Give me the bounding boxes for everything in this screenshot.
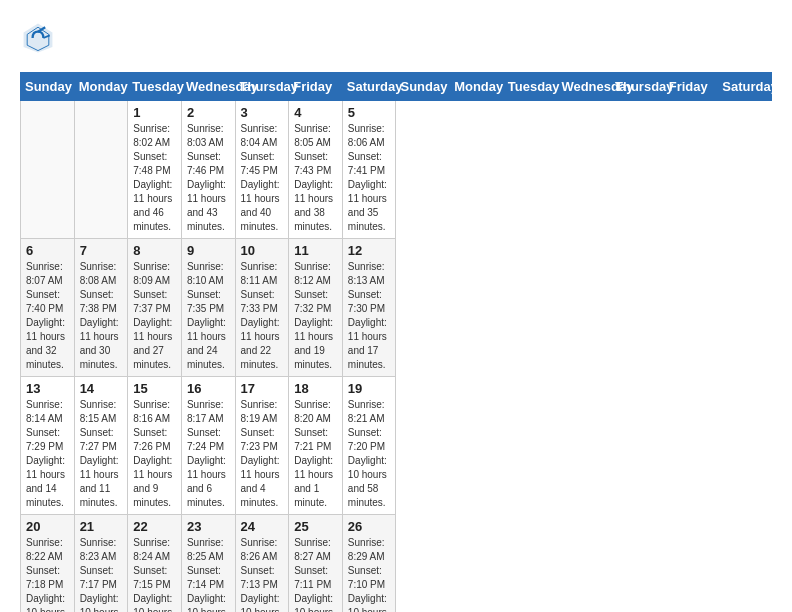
col-header-saturday: Saturday [342,73,396,101]
day-number: 10 [241,243,284,258]
cell-content: Sunrise: 8:23 AM Sunset: 7:17 PM Dayligh… [80,536,123,612]
day-number: 17 [241,381,284,396]
calendar-cell: 20Sunrise: 8:22 AM Sunset: 7:18 PM Dayli… [21,515,75,613]
calendar-cell: 1Sunrise: 8:02 AM Sunset: 7:48 PM Daylig… [128,101,182,239]
cell-content: Sunrise: 8:12 AM Sunset: 7:32 PM Dayligh… [294,260,337,372]
cell-content: Sunrise: 8:21 AM Sunset: 7:20 PM Dayligh… [348,398,391,510]
cell-content: Sunrise: 8:27 AM Sunset: 7:11 PM Dayligh… [294,536,337,612]
week-row-3: 13Sunrise: 8:14 AM Sunset: 7:29 PM Dayli… [21,377,772,515]
day-number: 20 [26,519,69,534]
day-number: 4 [294,105,337,120]
cell-content: Sunrise: 8:26 AM Sunset: 7:13 PM Dayligh… [241,536,284,612]
day-number: 7 [80,243,123,258]
day-number: 24 [241,519,284,534]
day-number: 23 [187,519,230,534]
calendar-cell: 11Sunrise: 8:12 AM Sunset: 7:32 PM Dayli… [289,239,343,377]
cell-content: Sunrise: 8:03 AM Sunset: 7:46 PM Dayligh… [187,122,230,234]
day-number: 12 [348,243,391,258]
page-header [20,20,772,56]
calendar-table: SundayMondayTuesdayWednesdayThursdayFrid… [20,72,772,612]
cell-content: Sunrise: 8:29 AM Sunset: 7:10 PM Dayligh… [348,536,391,612]
day-number: 15 [133,381,176,396]
col-header-thursday: Thursday [611,73,665,101]
col-header-thursday: Thursday [235,73,289,101]
day-number: 11 [294,243,337,258]
cell-content: Sunrise: 8:11 AM Sunset: 7:33 PM Dayligh… [241,260,284,372]
calendar-cell: 8Sunrise: 8:09 AM Sunset: 7:37 PM Daylig… [128,239,182,377]
calendar-cell: 2Sunrise: 8:03 AM Sunset: 7:46 PM Daylig… [181,101,235,239]
day-number: 26 [348,519,391,534]
day-number: 8 [133,243,176,258]
cell-content: Sunrise: 8:24 AM Sunset: 7:15 PM Dayligh… [133,536,176,612]
cell-content: Sunrise: 8:10 AM Sunset: 7:35 PM Dayligh… [187,260,230,372]
calendar-cell: 16Sunrise: 8:17 AM Sunset: 7:24 PM Dayli… [181,377,235,515]
header-row: SundayMondayTuesdayWednesdayThursdayFrid… [21,73,772,101]
cell-content: Sunrise: 8:20 AM Sunset: 7:21 PM Dayligh… [294,398,337,510]
day-number: 9 [187,243,230,258]
day-number: 25 [294,519,337,534]
col-header-saturday: Saturday [718,73,772,101]
calendar-cell: 17Sunrise: 8:19 AM Sunset: 7:23 PM Dayli… [235,377,289,515]
cell-content: Sunrise: 8:05 AM Sunset: 7:43 PM Dayligh… [294,122,337,234]
day-number: 2 [187,105,230,120]
calendar-cell: 24Sunrise: 8:26 AM Sunset: 7:13 PM Dayli… [235,515,289,613]
day-number: 18 [294,381,337,396]
day-number: 3 [241,105,284,120]
calendar-cell: 21Sunrise: 8:23 AM Sunset: 7:17 PM Dayli… [74,515,128,613]
col-header-tuesday: Tuesday [128,73,182,101]
week-row-2: 6Sunrise: 8:07 AM Sunset: 7:40 PM Daylig… [21,239,772,377]
col-header-wednesday: Wednesday [557,73,611,101]
cell-content: Sunrise: 8:08 AM Sunset: 7:38 PM Dayligh… [80,260,123,372]
day-number: 16 [187,381,230,396]
calendar-cell: 12Sunrise: 8:13 AM Sunset: 7:30 PM Dayli… [342,239,396,377]
calendar-cell: 22Sunrise: 8:24 AM Sunset: 7:15 PM Dayli… [128,515,182,613]
calendar-cell: 18Sunrise: 8:20 AM Sunset: 7:21 PM Dayli… [289,377,343,515]
day-number: 1 [133,105,176,120]
calendar-cell: 10Sunrise: 8:11 AM Sunset: 7:33 PM Dayli… [235,239,289,377]
col-header-sunday: Sunday [21,73,75,101]
calendar-cell: 25Sunrise: 8:27 AM Sunset: 7:11 PM Dayli… [289,515,343,613]
week-row-1: 1Sunrise: 8:02 AM Sunset: 7:48 PM Daylig… [21,101,772,239]
cell-content: Sunrise: 8:16 AM Sunset: 7:26 PM Dayligh… [133,398,176,510]
cell-content: Sunrise: 8:25 AM Sunset: 7:14 PM Dayligh… [187,536,230,612]
col-header-friday: Friday [289,73,343,101]
day-number: 21 [80,519,123,534]
col-header-monday: Monday [74,73,128,101]
calendar-cell [21,101,75,239]
col-header-tuesday: Tuesday [503,73,557,101]
col-header-wednesday: Wednesday [181,73,235,101]
calendar-cell: 4Sunrise: 8:05 AM Sunset: 7:43 PM Daylig… [289,101,343,239]
logo [20,20,62,56]
calendar-cell: 26Sunrise: 8:29 AM Sunset: 7:10 PM Dayli… [342,515,396,613]
calendar-cell: 9Sunrise: 8:10 AM Sunset: 7:35 PM Daylig… [181,239,235,377]
calendar-cell: 5Sunrise: 8:06 AM Sunset: 7:41 PM Daylig… [342,101,396,239]
cell-content: Sunrise: 8:19 AM Sunset: 7:23 PM Dayligh… [241,398,284,510]
day-number: 19 [348,381,391,396]
calendar-cell: 6Sunrise: 8:07 AM Sunset: 7:40 PM Daylig… [21,239,75,377]
cell-content: Sunrise: 8:02 AM Sunset: 7:48 PM Dayligh… [133,122,176,234]
calendar-cell: 23Sunrise: 8:25 AM Sunset: 7:14 PM Dayli… [181,515,235,613]
day-number: 5 [348,105,391,120]
cell-content: Sunrise: 8:07 AM Sunset: 7:40 PM Dayligh… [26,260,69,372]
day-number: 6 [26,243,69,258]
cell-content: Sunrise: 8:13 AM Sunset: 7:30 PM Dayligh… [348,260,391,372]
calendar-cell: 3Sunrise: 8:04 AM Sunset: 7:45 PM Daylig… [235,101,289,239]
cell-content: Sunrise: 8:06 AM Sunset: 7:41 PM Dayligh… [348,122,391,234]
calendar-cell [74,101,128,239]
logo-icon [20,20,56,56]
svg-marker-0 [24,24,53,53]
cell-content: Sunrise: 8:17 AM Sunset: 7:24 PM Dayligh… [187,398,230,510]
week-row-4: 20Sunrise: 8:22 AM Sunset: 7:18 PM Dayli… [21,515,772,613]
calendar-cell: 19Sunrise: 8:21 AM Sunset: 7:20 PM Dayli… [342,377,396,515]
col-header-sunday: Sunday [396,73,450,101]
col-header-monday: Monday [450,73,504,101]
calendar-cell: 7Sunrise: 8:08 AM Sunset: 7:38 PM Daylig… [74,239,128,377]
cell-content: Sunrise: 8:09 AM Sunset: 7:37 PM Dayligh… [133,260,176,372]
cell-content: Sunrise: 8:04 AM Sunset: 7:45 PM Dayligh… [241,122,284,234]
cell-content: Sunrise: 8:15 AM Sunset: 7:27 PM Dayligh… [80,398,123,510]
calendar-cell: 13Sunrise: 8:14 AM Sunset: 7:29 PM Dayli… [21,377,75,515]
day-number: 13 [26,381,69,396]
day-number: 14 [80,381,123,396]
calendar-cell: 14Sunrise: 8:15 AM Sunset: 7:27 PM Dayli… [74,377,128,515]
day-number: 22 [133,519,176,534]
